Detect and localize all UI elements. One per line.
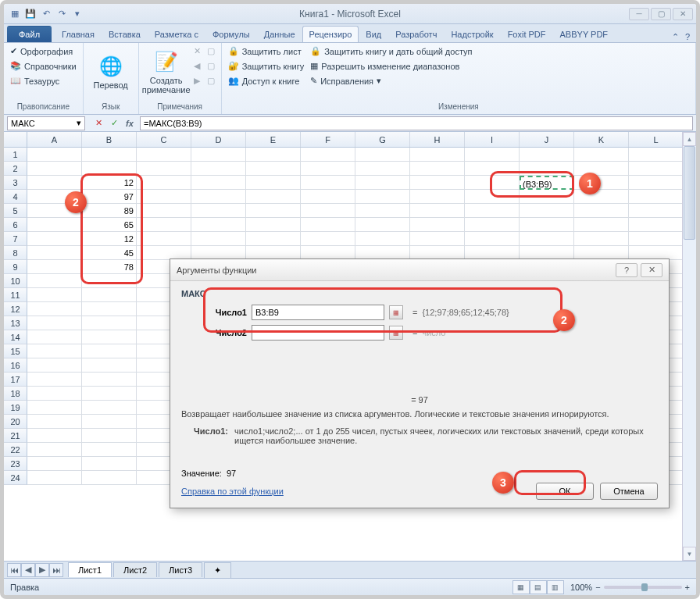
minimize-ribbon-icon[interactable]: ⌃ [672,32,679,42]
cell[interactable] [246,204,301,218]
cell[interactable] [191,218,246,232]
cell[interactable] [27,176,82,190]
col-header[interactable]: K [574,132,629,147]
cell[interactable] [465,176,520,190]
cell[interactable] [465,218,520,232]
spelling-button[interactable]: ✔Орфография [9,45,78,58]
cell[interactable] [82,429,137,443]
cell[interactable]: 65 [82,218,137,232]
cell[interactable] [82,344,137,358]
cell[interactable] [82,162,137,176]
cell[interactable] [301,190,355,204]
cell[interactable]: 45 [82,246,137,260]
cell[interactable] [27,358,82,373]
cell[interactable] [410,190,465,204]
zoom-thumb[interactable] [641,583,648,591]
name-box[interactable]: МАКС▾ [7,116,85,130]
cell[interactable] [629,148,684,162]
cell[interactable] [27,162,82,176]
zoom-in-button[interactable]: + [685,583,690,592]
cell[interactable] [355,162,410,176]
protect-sheet-button[interactable]: 🔒Защитить лист [227,45,306,58]
fx-button[interactable]: fx [123,116,137,130]
enter-formula-button[interactable]: ✓ [107,116,121,130]
cell[interactable] [27,316,82,330]
cell[interactable]: (B3:B9) [520,176,574,190]
cell[interactable] [27,401,82,415]
col-header[interactable]: I [465,132,520,147]
cell[interactable] [574,232,629,246]
cell[interactable] [246,176,301,190]
row-header[interactable]: 17 [4,373,27,387]
cell[interactable] [574,218,629,232]
col-header[interactable]: H [410,132,465,147]
cell[interactable] [27,302,82,316]
arg2-input[interactable] [252,325,384,341]
cell[interactable] [82,358,137,373]
maximize-button[interactable]: ▢ [651,8,671,20]
redo-icon[interactable]: ↷ [55,8,68,20]
cell[interactable] [82,316,137,330]
zoom-slider[interactable] [604,586,682,589]
new-comment-button[interactable]: 📝Создать примечание [144,45,189,101]
close-button[interactable]: ✕ [673,8,693,20]
cell[interactable] [191,190,246,204]
cell[interactable] [355,176,410,190]
tab-insert[interactable]: Вставка [102,26,148,42]
cell[interactable] [465,204,520,218]
select-all-corner[interactable] [4,132,27,147]
cell[interactable] [301,176,355,190]
cancel-button[interactable]: Отмена [600,483,658,500]
cell[interactable] [27,274,82,288]
page-break-button[interactable]: ▥ [547,580,564,594]
row-header[interactable]: 12 [4,302,27,316]
cell[interactable] [82,288,137,302]
row-header[interactable]: 23 [4,457,27,471]
cell[interactable] [82,471,137,485]
cell[interactable] [410,232,465,246]
cancel-formula-button[interactable]: ✕ [91,116,105,130]
scroll-thumb[interactable] [684,146,695,240]
row-header[interactable]: 21 [4,429,27,443]
cell[interactable] [629,190,684,204]
cell[interactable] [520,218,574,232]
cell[interactable] [574,162,629,176]
new-sheet-button[interactable]: ✦ [204,562,231,578]
help-icon[interactable]: ? [685,32,690,42]
row-header[interactable]: 1 [4,148,27,162]
cell[interactable]: 89 [82,204,137,218]
cell[interactable] [191,232,246,246]
cell[interactable] [246,232,301,246]
cell[interactable] [355,218,410,232]
cell[interactable] [82,274,137,288]
cell[interactable] [629,162,684,176]
cell[interactable] [520,204,574,218]
qat-dropdown-icon[interactable]: ▾ [71,8,84,20]
cell[interactable] [246,148,301,162]
row-header[interactable]: 22 [4,443,27,457]
cell[interactable] [191,148,246,162]
cell[interactable] [246,218,301,232]
cell[interactable] [137,232,191,246]
cell[interactable] [629,232,684,246]
cell[interactable] [520,162,574,176]
tab-addins[interactable]: Надстройк [444,26,500,42]
col-header[interactable]: B [82,132,137,147]
chevron-down-icon[interactable]: ▾ [77,118,81,128]
cell[interactable] [137,176,191,190]
cell[interactable] [27,344,82,358]
prev-sheet-button[interactable]: ◀ [21,563,35,577]
cell[interactable] [520,232,574,246]
cell[interactable] [191,162,246,176]
tab-foxit[interactable]: Foxit PDF [501,26,553,42]
cell[interactable] [82,373,137,387]
first-sheet-button[interactable]: ⏮ [7,563,21,577]
sheet-tab[interactable]: Лист3 [159,562,202,577]
cell[interactable] [27,148,82,162]
cell[interactable] [27,457,82,471]
cell[interactable] [82,387,137,401]
cell[interactable] [27,288,82,302]
vertical-scrollbar[interactable]: ▲ ▼ [682,132,696,561]
thesaurus-button[interactable]: 📖Тезаурус [9,74,78,87]
cell[interactable] [465,190,520,204]
